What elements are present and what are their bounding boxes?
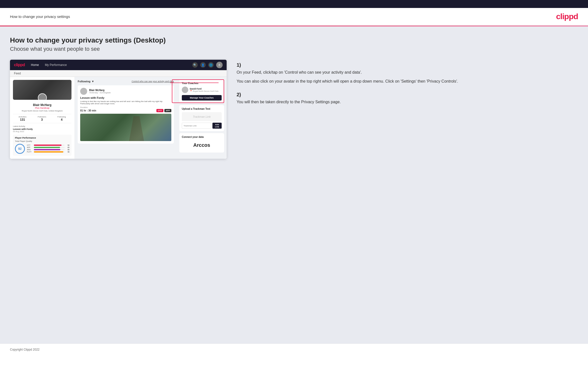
mock-avatar [38,93,47,100]
instruction-1-text2: You can also click on your avatar in the… [237,78,578,84]
mock-coach-club: 📍 Royal North Devon Golf Club [190,90,218,92]
mock-nav-logo: clippd [14,63,25,67]
mock-stat-following-value: 4 [58,118,66,121]
mock-user-icon: 👤 [200,62,206,68]
mock-bar-putt-track [34,151,65,153]
mock-bar-arg-label: ARG [27,149,33,151]
mock-feed: Following ▼ Control who can see your act… [75,77,177,159]
mock-stat-following-label: Following [58,116,66,118]
mock-coaches-title: Your Coaches [182,82,222,85]
mock-badge-ott: OTT [156,109,163,112]
mock-post-author-meta: Yesterday · Sunningdale [89,92,111,94]
header: How to change your privacy settings clip… [0,8,588,26]
instructions: 1) On your Feed, click/tap on 'Control w… [237,60,578,112]
instruction-2-number: 2) [237,92,578,98]
mock-bar-arg-fill [34,149,60,150]
mock-bar-app: APP 85 [27,147,69,148]
mock-profile-membership: Plus Handicap [13,107,71,109]
mock-quality-container: 92 OTT 90 [15,144,69,154]
top-bar [0,0,588,8]
mock-sidebar: Blair McHarg Plus Handicap Royal North D… [10,77,75,159]
mock-post-avatar [80,88,87,95]
mock-trackman-title: Upload a Trackman Test [182,107,222,110]
mock-profile-img [13,80,71,100]
mock-trackman-box: Upload a Trackman Test Trackman Link Add… [179,105,224,131]
content-area: clippd Home My Performance 🔍 👤 🌐 B Feed [10,60,578,159]
mock-coach-info: David Ford 📍 Royal North Devon Golf Club [190,88,218,92]
mock-bar-ott-fill [34,145,62,146]
mock-coaches-box: Your Coaches David Ford 📍 Royal North De… [179,79,224,103]
mock-trackman-input[interactable] [182,123,211,129]
mock-bar-app-value: 85 [65,147,69,148]
mock-trackman-placeholder: Trackman Link [182,112,222,121]
mock-quality-bars: OTT 90 APP [27,144,69,153]
mock-nav-icons: 🔍 👤 🌐 B [192,62,223,68]
mock-stat-followers-label: Followers [38,116,46,118]
instruction-1-text: On your Feed, click/tap on 'Control who … [237,69,578,75]
mock-coach-avatar [182,87,188,93]
mock-coach-name: David Ford [190,88,218,90]
mock-nav-performance: My Performance [45,63,67,67]
instruction-1: 1) On your Feed, click/tap on 'Control w… [237,62,578,84]
mock-stat-followers-value: 3 [38,118,46,121]
main-content: How to change your privacy settings (Des… [0,26,588,344]
mock-bar-ott-value: 90 [65,144,69,146]
mock-globe-icon: 🌐 [208,62,214,68]
mock-add-link-button[interactable]: Add Link [212,123,222,129]
mock-duration-label: Duration [80,106,171,108]
mock-bar-arg-track [34,149,65,150]
mock-post-author-name: Blair McHarg [89,89,111,92]
clippd-logo: clippd [556,12,578,21]
mock-bar-ott: OTT 90 [27,144,69,146]
mock-bar-ott-track [34,145,65,146]
mock-nav: clippd Home My Performance 🔍 👤 🌐 B [10,60,227,70]
mock-ui: clippd Home My Performance 🔍 👤 🌐 B Feed [10,60,227,159]
mock-following-bar: Following ▼ Control who can see your act… [78,80,174,83]
instruction-1-number: 1) [237,62,578,68]
footer: Copyright Clippd 2022 [0,344,588,355]
mock-perf-title: Player Performance [15,137,69,139]
instruction-2: 2) You will then be taken directly to th… [237,92,578,105]
mock-bar-arg: ARG 86 [27,149,69,151]
mock-connect-box: Connect your data Arccos [179,133,224,153]
mock-stat-activities-label: Activities [19,116,27,118]
mock-latest-title: Lesson with Fordy [13,128,71,130]
mock-bar-putt-label: PUTT [27,151,33,153]
page-heading: How to change your privacy settings (Des… [10,36,578,44]
mock-bar-putt-fill [34,151,63,153]
mock-badges: OTT APP [156,109,171,112]
mock-arccos-logo: Arccos [182,140,222,150]
mock-post-header: Blair McHarg Yesterday · Sunningdale [80,88,171,95]
instruction-2-text: You will then be taken directly to the P… [237,99,578,105]
mock-stat-activities: Activities 131 [19,116,27,121]
page-subheading: Choose what you want people to see [10,46,578,52]
mock-perf-sub: Total Player Quality [15,140,69,142]
mock-feed-bar: Feed [10,70,227,77]
mock-bar-putt-value: 96 [65,151,69,153]
mock-body: Blair McHarg Plus Handicap Royal North D… [10,77,227,159]
mock-bar-arg-value: 86 [65,149,69,151]
header-title: How to change your privacy settings [10,14,70,19]
mock-stats: Activities 131 Followers 3 Following 4 [13,114,71,123]
mock-profile-club: Royal North Devon Golf Club, United King… [13,110,71,112]
mock-manage-coaches-button[interactable]: Manage Your Coaches [182,95,222,101]
mock-duration-row: 01 hr : 30 min OTT APP [80,109,171,112]
mock-post-desc: Looking to feel like my hands are exitin… [80,100,171,105]
mock-control-link[interactable]: Control who can see your activity and da… [131,80,174,83]
mock-badge-app: APP [164,109,171,112]
mock-bar-app-track [34,147,65,148]
mock-nav-home: Home [31,63,39,67]
mock-following-btn[interactable]: Following ▼ [78,80,94,83]
mock-latest-date: 03 Aug 2022 [13,130,71,133]
mock-post: Blair McHarg Yesterday · Sunningdale Les… [78,85,174,144]
mock-coach-item: David Ford 📍 Royal North Devon Golf Club [182,87,222,93]
mock-post-author-info: Blair McHarg Yesterday · Sunningdale [89,89,111,94]
mock-performance: Player Performance Total Player Quality … [13,135,71,156]
mock-post-title: Lesson with Fordy [80,96,171,99]
mock-post-image [80,114,171,141]
mock-right-panel: Your Coaches David Ford 📍 Royal North De… [177,77,227,159]
footer-text: Copyright Clippd 2022 [10,348,40,351]
mock-bar-app-fill [34,147,60,148]
mock-stat-following: Following 4 [58,116,66,121]
mock-stat-activities-value: 131 [19,118,27,121]
